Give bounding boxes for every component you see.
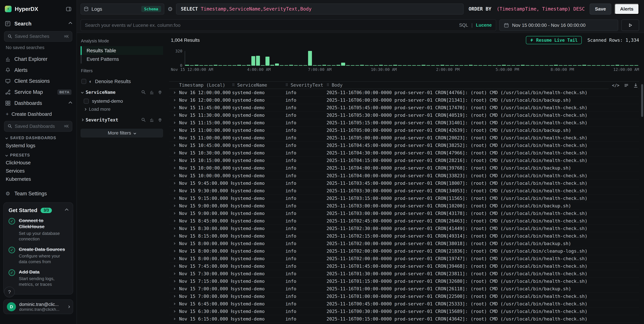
- chevron-up-icon[interactable]: [65, 209, 68, 212]
- resume-live-tail-button[interactable]: Resume Live Tail: [526, 36, 582, 44]
- histogram-bar[interactable]: [218, 65, 222, 65]
- histogram-bar[interactable]: [318, 65, 321, 65]
- table-row[interactable]: Nov 15 9:00:00.000 PMsystemd-demoinfo202…: [169, 202, 639, 210]
- load-more-button[interactable]: Load more: [80, 106, 163, 114]
- row-expander-icon[interactable]: [169, 205, 179, 207]
- denoise-checkbox[interactable]: [82, 79, 86, 84]
- histogram-bar[interactable]: [568, 65, 572, 65]
- sidebar-item-team-settings[interactable]: ⚙ Team Settings: [0, 188, 76, 199]
- histogram-bar[interactable]: [289, 65, 293, 66]
- histogram-bar[interactable]: [526, 65, 530, 65]
- saved-dashboards-input[interactable]: ⌘K: [4, 121, 72, 132]
- row-expander-icon[interactable]: [169, 129, 179, 131]
- table-row[interactable]: Nov 15 6:15:00.000 PMsystemd-demoinfo202…: [169, 315, 639, 323]
- histogram-bar[interactable]: [332, 65, 336, 65]
- histogram-bar[interactable]: [616, 65, 619, 66]
- sidebar-item-client-sessions[interactable]: Client Sessions: [0, 76, 76, 87]
- row-expander-icon[interactable]: [169, 227, 179, 229]
- facet-search-icon[interactable]: [141, 90, 146, 95]
- histogram-bar[interactable]: [634, 65, 638, 65]
- histogram-bar[interactable]: [549, 65, 553, 65]
- table-row[interactable]: Nov 15 11:00:00.000 PMsystemd-demoinfo20…: [169, 127, 639, 134]
- histogram-bar[interactable]: [440, 65, 444, 66]
- histogram-bar[interactable]: [403, 65, 406, 65]
- sidebar-item-service-map[interactable]: Service Map BETA: [0, 87, 76, 98]
- histogram-bar[interactable]: [582, 65, 586, 66]
- histogram-bar[interactable]: [516, 65, 520, 65]
- row-expander-icon[interactable]: [169, 167, 179, 169]
- facet-value-systemd-demo[interactable]: systemd-demo: [80, 97, 163, 106]
- histogram-bar[interactable]: [601, 65, 605, 65]
- histogram-bar[interactable]: [535, 65, 539, 65]
- histogram-bar[interactable]: [474, 65, 478, 65]
- histogram-bar[interactable]: [578, 65, 582, 65]
- facet-severitytext-header[interactable]: SeverityText: [80, 114, 163, 125]
- histogram-bar[interactable]: [327, 65, 331, 65]
- histogram-bar[interactable]: [261, 65, 264, 65]
- row-expander-icon[interactable]: [169, 258, 179, 260]
- table-row[interactable]: Nov 16 12:00:00.000 AMsystemd-demoinfo20…: [169, 89, 639, 97]
- histogram-bar[interactable]: [256, 56, 260, 66]
- row-options-icon[interactable]: [624, 83, 629, 88]
- histogram-bar[interactable]: [275, 63, 279, 65]
- chevron-up-icon[interactable]: [69, 101, 72, 105]
- histogram-bar[interactable]: [341, 63, 345, 65]
- user-menu[interactable]: D dominic.tran@clic... dominic.tran@clic…: [3, 299, 73, 314]
- sidebar-item-kubernetes[interactable]: Kubernetes: [0, 175, 76, 183]
- create-dashboard-button[interactable]: + Create Dashboard: [0, 109, 76, 119]
- histogram-bar[interactable]: [199, 65, 203, 65]
- collapse-sidebar-icon[interactable]: [66, 6, 72, 12]
- table-row[interactable]: Nov 15 8:15:00.000 PMsystemd-demoinfo202…: [169, 232, 639, 240]
- table-row[interactable]: Nov 15 7:00:00.000 PMsystemd-demoinfo202…: [169, 293, 639, 300]
- histogram-bar[interactable]: [336, 65, 340, 66]
- histogram-bar[interactable]: [280, 65, 284, 65]
- get-started-step[interactable]: ✓ Create Data Sources Configure where yo…: [8, 246, 68, 265]
- saved-dashboards-section[interactable]: SAVED DASHBOARDS: [0, 132, 76, 141]
- histogram-bar[interactable]: [408, 65, 411, 65]
- sidebar-item-chart-explorer[interactable]: Chart Explorer: [0, 53, 76, 64]
- table-row[interactable]: Nov 15 6:45:00.000 PMsystemd-demoinfo202…: [169, 300, 639, 308]
- row-expander-icon[interactable]: [169, 152, 179, 154]
- schema-badge[interactable]: Schema: [141, 6, 161, 12]
- histogram-bar[interactable]: [592, 65, 596, 65]
- histogram-bar[interactable]: [185, 65, 189, 66]
- column-header-timestamp[interactable]: Timestamp (Local): [179, 82, 232, 88]
- histogram-bar[interactable]: [564, 65, 567, 65]
- histogram-bar[interactable]: [228, 65, 232, 65]
- histogram-bar[interactable]: [431, 65, 435, 65]
- table-row[interactable]: Nov 15 9:15:00.000 PMsystemd-demoinfo202…: [169, 195, 639, 202]
- histogram-bar[interactable]: [512, 65, 515, 65]
- histogram-bar[interactable]: [544, 65, 548, 65]
- histogram-bar[interactable]: [204, 65, 208, 65]
- code-view-icon[interactable]: </>: [612, 83, 619, 88]
- histogram-bar[interactable]: [374, 65, 378, 65]
- drag-handle-icon[interactable]: ⠿: [326, 83, 329, 87]
- histogram-bar[interactable]: [266, 57, 269, 66]
- histogram-bar[interactable]: [530, 65, 534, 65]
- get-started-step[interactable]: ✓ Add Data Start sending logs, metrics, …: [8, 269, 68, 287]
- row-expander-icon[interactable]: [169, 160, 179, 161]
- sidebar-item-systemd-logs[interactable]: Systemd logs: [0, 141, 76, 150]
- histogram-bar[interactable]: [242, 65, 246, 65]
- download-icon[interactable]: [633, 83, 638, 88]
- chevron-up-icon[interactable]: [69, 22, 72, 25]
- histogram-bar[interactable]: [559, 65, 562, 65]
- row-expander-icon[interactable]: [169, 243, 179, 244]
- histogram-bar[interactable]: [270, 65, 274, 66]
- histogram-bar[interactable]: [483, 65, 487, 65]
- histogram-bar[interactable]: [606, 65, 610, 65]
- row-expander-icon[interactable]: [169, 122, 179, 124]
- column-header-servicename[interactable]: ⠿ServiceName: [232, 82, 286, 88]
- histogram-bar[interactable]: [351, 65, 354, 65]
- table-row[interactable]: Nov 15 9:00:00.000 PMsystemd-demoinfo202…: [169, 210, 639, 217]
- run-query-button[interactable]: [621, 19, 639, 31]
- histogram-bar[interactable]: [573, 65, 577, 65]
- histogram-bar[interactable]: [455, 65, 458, 65]
- histogram-bar[interactable]: [322, 65, 326, 66]
- source-selector[interactable]: Logs Schema: [80, 3, 164, 14]
- histogram-bar[interactable]: [445, 65, 449, 65]
- histogram-bar[interactable]: [313, 65, 317, 65]
- histogram-bar[interactable]: [507, 65, 510, 65]
- facet-search-icon[interactable]: [141, 118, 146, 122]
- row-expander-icon[interactable]: [169, 311, 179, 312]
